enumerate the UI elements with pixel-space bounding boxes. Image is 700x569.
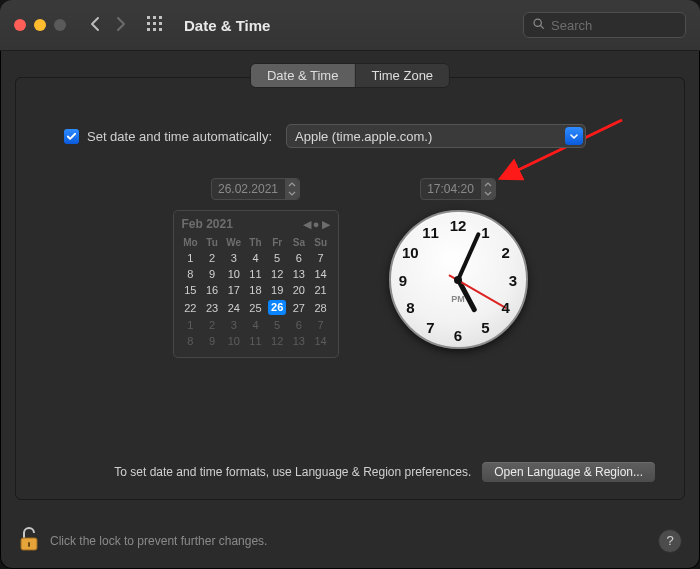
calendar-day[interactable]: 12 bbox=[266, 266, 288, 282]
tab-time-zone[interactable]: Time Zone bbox=[354, 64, 449, 87]
calendar-dow: Tu bbox=[201, 235, 223, 250]
close-window-button[interactable] bbox=[14, 19, 26, 31]
calendar-day[interactable]: 7 bbox=[310, 250, 332, 266]
calendar-day[interactable]: 8 bbox=[180, 333, 202, 349]
toolbar: Date & Time Search bbox=[0, 0, 700, 51]
calendar-day[interactable]: 15 bbox=[180, 282, 202, 298]
lock-text: Click the lock to prevent further change… bbox=[50, 534, 267, 548]
forward-button[interactable] bbox=[110, 14, 130, 37]
calendar-day[interactable]: 10 bbox=[223, 266, 245, 282]
search-field[interactable]: Search bbox=[523, 12, 686, 38]
calendar-day[interactable]: 12 bbox=[266, 333, 288, 349]
time-value: 17:04:20 bbox=[421, 182, 480, 196]
calendar-day[interactable]: 10 bbox=[223, 333, 245, 349]
clock-number: 4 bbox=[501, 299, 509, 316]
time-field[interactable]: 17:04:20 bbox=[420, 178, 496, 200]
calendar-day[interactable]: 19 bbox=[266, 282, 288, 298]
back-button[interactable] bbox=[86, 14, 106, 37]
calendar-day[interactable]: 13 bbox=[288, 333, 310, 349]
show-all-button[interactable] bbox=[146, 15, 164, 36]
svg-rect-6 bbox=[147, 28, 150, 31]
calendar-day[interactable]: 22 bbox=[180, 298, 202, 317]
calendar-day[interactable]: 21 bbox=[310, 282, 332, 298]
tab-date-time[interactable]: Date & Time bbox=[251, 64, 355, 87]
calendar-dow: Sa bbox=[288, 235, 310, 250]
calendar-day[interactable]: 1 bbox=[180, 250, 202, 266]
zoom-window-button[interactable] bbox=[54, 19, 66, 31]
calendar-day[interactable]: 11 bbox=[245, 333, 267, 349]
calendar-day[interactable]: 20 bbox=[288, 282, 310, 298]
calendar-day[interactable]: 16 bbox=[201, 282, 223, 298]
clock-center-pin bbox=[454, 276, 462, 284]
calendar-day[interactable]: 1 bbox=[180, 317, 202, 333]
calendar-day[interactable]: 28 bbox=[310, 298, 332, 317]
calendar-today-dot[interactable]: ● bbox=[313, 218, 320, 230]
calendar-day[interactable]: 2 bbox=[201, 317, 223, 333]
time-server-combo[interactable]: Apple (time.apple.com.) bbox=[286, 124, 586, 148]
date-time-columns: 26.02.2021 Feb 2021 ◀ ● ▶ bbox=[44, 178, 656, 358]
calendar-day[interactable]: 13 bbox=[288, 266, 310, 282]
clock-number: 12 bbox=[450, 216, 467, 233]
auto-datetime-label: Set date and time automatically: bbox=[87, 129, 272, 144]
clock-ampm-label: PM bbox=[451, 294, 465, 304]
content-area: Date & Time Time Zone Set date and time … bbox=[0, 51, 700, 569]
calendar-dow: Mo bbox=[180, 235, 202, 250]
time-server-value: Apple (time.apple.com.) bbox=[287, 129, 440, 144]
calendar-day[interactable]: 6 bbox=[288, 250, 310, 266]
svg-rect-0 bbox=[147, 16, 150, 19]
calendar-day[interactable]: 5 bbox=[266, 317, 288, 333]
calendar-day[interactable]: 23 bbox=[201, 298, 223, 317]
search-placeholder: Search bbox=[551, 18, 592, 33]
svg-rect-3 bbox=[147, 22, 150, 25]
lock-icon[interactable] bbox=[18, 525, 40, 556]
calendar[interactable]: Feb 2021 ◀ ● ▶ MoTuWeThFrSaSu 1234567891… bbox=[173, 210, 339, 358]
calendar-header: Feb 2021 ◀ ● ▶ bbox=[180, 217, 332, 235]
auto-datetime-checkbox[interactable] bbox=[64, 129, 79, 144]
calendar-day[interactable]: 14 bbox=[310, 266, 332, 282]
calendar-day[interactable]: 25 bbox=[245, 298, 267, 317]
calendar-dow: Th bbox=[245, 235, 267, 250]
formats-note-row: To set date and time formats, use Langua… bbox=[44, 461, 656, 483]
calendar-day[interactable]: 11 bbox=[245, 266, 267, 282]
chevron-down-icon bbox=[565, 127, 583, 145]
calendar-day[interactable]: 8 bbox=[180, 266, 202, 282]
calendar-dow: We bbox=[223, 235, 245, 250]
calendar-day[interactable]: 3 bbox=[223, 317, 245, 333]
stepper-up-icon bbox=[481, 179, 495, 189]
formats-note: To set date and time formats, use Langua… bbox=[114, 465, 471, 479]
calendar-day[interactable]: 2 bbox=[201, 250, 223, 266]
calendar-day[interactable]: 24 bbox=[223, 298, 245, 317]
date-field[interactable]: 26.02.2021 bbox=[211, 178, 300, 200]
svg-rect-5 bbox=[159, 22, 162, 25]
auto-datetime-row: Set date and time automatically: Apple (… bbox=[64, 124, 656, 148]
minimize-window-button[interactable] bbox=[34, 19, 46, 31]
analog-clock[interactable]: PM 121234567891011 bbox=[389, 210, 528, 349]
calendar-day[interactable]: 3 bbox=[223, 250, 245, 266]
calendar-next-month[interactable]: ▶ bbox=[322, 218, 330, 231]
calendar-day[interactable]: 4 bbox=[245, 250, 267, 266]
calendar-day[interactable]: 6 bbox=[288, 317, 310, 333]
calendar-day[interactable]: 14 bbox=[310, 333, 332, 349]
calendar-day[interactable]: 7 bbox=[310, 317, 332, 333]
clock-number: 1 bbox=[481, 223, 489, 240]
calendar-day[interactable]: 4 bbox=[245, 317, 267, 333]
calendar-prev-month[interactable]: ◀ bbox=[303, 218, 311, 231]
clock-number: 2 bbox=[501, 244, 509, 261]
calendar-day[interactable]: 9 bbox=[201, 266, 223, 282]
calendar-day[interactable]: 5 bbox=[266, 250, 288, 266]
date-column: 26.02.2021 Feb 2021 ◀ ● ▶ bbox=[173, 178, 339, 358]
time-stepper[interactable] bbox=[480, 179, 495, 199]
help-button[interactable]: ? bbox=[658, 529, 682, 553]
calendar-day[interactable]: 18 bbox=[245, 282, 267, 298]
clock-number: 8 bbox=[406, 299, 414, 316]
date-value: 26.02.2021 bbox=[212, 182, 284, 196]
window-controls bbox=[14, 19, 66, 31]
calendar-day[interactable]: 26 bbox=[266, 298, 288, 317]
calendar-day[interactable]: 27 bbox=[288, 298, 310, 317]
svg-rect-1 bbox=[153, 16, 156, 19]
calendar-day[interactable]: 9 bbox=[201, 333, 223, 349]
date-stepper[interactable] bbox=[284, 179, 299, 199]
calendar-day[interactable]: 17 bbox=[223, 282, 245, 298]
open-language-region-button[interactable]: Open Language & Region... bbox=[481, 461, 656, 483]
calendar-dow: Fr bbox=[266, 235, 288, 250]
